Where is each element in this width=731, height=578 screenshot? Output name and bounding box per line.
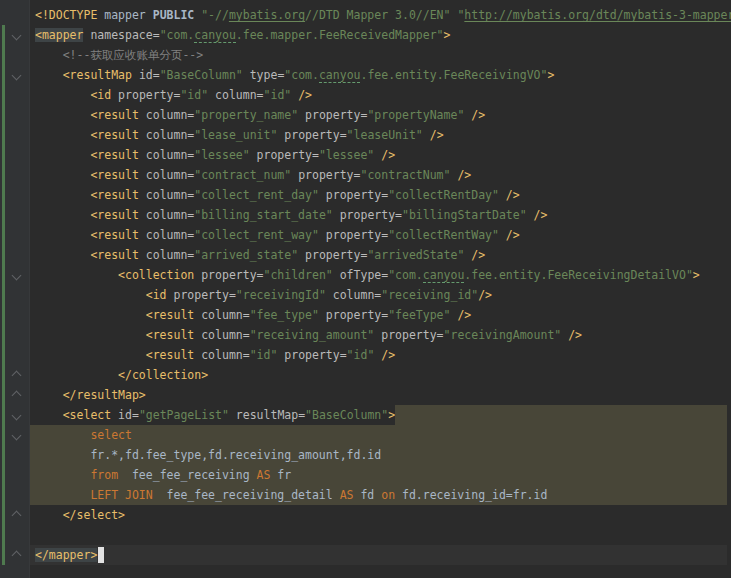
code-line-text: <result column="collect_rent_day" proper… [35,185,520,205]
code-line-text: </mapper> [35,545,97,565]
fold-start-icon[interactable] [12,411,22,421]
code-line-text: <result column="lessee" property="lessee… [35,145,395,165]
fold-end-icon[interactable] [12,391,22,401]
code-line[interactable]: <result column="fee_type" property="feeT… [30,305,727,325]
vcs-change-bar[interactable] [2,25,5,565]
fold-start-icon[interactable] [12,271,22,281]
code-line[interactable]: <!--获取应收账单分页--> [30,45,727,65]
code-line[interactable]: </mapper> [30,545,727,565]
code-line[interactable]: <result column="id" property="id" /> [30,345,727,365]
fold-end-icon[interactable] [12,551,22,561]
code-line-text: fr.*,fd.fee_type,fd.receiving_amount,fd.… [35,445,381,465]
code-line-text: select [35,425,132,445]
fold-start-icon[interactable] [12,71,22,81]
code-line[interactable]: </select> [30,505,727,525]
code-line-text: <!--获取应收账单分页--> [35,45,203,65]
code-line-text: <result column="contract_num" property="… [35,165,471,185]
code-line[interactable]: from fee_fee_receiving AS fr [30,465,727,485]
code-line[interactable]: <resultMap id="BaseColumn" type="com.can… [30,65,727,85]
fold-end-icon[interactable] [12,371,22,381]
code-line[interactable]: <result column="contract_num" property="… [30,165,727,185]
code-line-text: <result column="lease_unit" property="le… [35,125,444,145]
code-line-text: <id property="id" column="id" /> [35,85,312,105]
code-line[interactable]: <result column="lessee" property="lessee… [30,145,727,165]
fold-end-icon[interactable] [12,511,22,521]
code-line-text: <result column="receiving_amount" proper… [35,325,582,345]
code-line[interactable]: </resultMap> [30,385,727,405]
code-line[interactable]: <collection property="children" ofType="… [30,265,727,285]
injected-fragment-highlight [395,405,727,425]
fold-start-icon[interactable] [12,31,22,41]
code-line-text: <collection property="children" ofType="… [35,265,700,285]
code-line[interactable]: <mapper namespace="com.canyou.fee.mapper… [30,25,727,45]
code-line[interactable]: <result column="lease_unit" property="le… [30,125,727,145]
code-line[interactable]: select [30,425,727,445]
code-line[interactable] [30,525,727,545]
code-line[interactable]: <select id="getPageList" resultMap="Base… [30,405,727,425]
code-line-text: from fee_fee_receiving AS fr [35,465,291,485]
code-line[interactable]: <id property="receivingId" column="recei… [30,285,727,305]
code-line-text: </collection> [35,365,208,385]
code-line-text: <mapper namespace="com.canyou.fee.mapper… [35,25,450,45]
code-line[interactable]: LEFT JOIN fee_fee_receiving_detail AS fd… [30,485,727,505]
code-line[interactable]: <result column="arrived_state" property=… [30,245,727,265]
code-line-text: LEFT JOIN fee_fee_receiving_detail AS fd… [35,485,547,505]
code-line[interactable]: <result column="receiving_amount" proper… [30,325,727,345]
code-line[interactable]: <result column="collect_rent_day" proper… [30,185,727,205]
code-editor[interactable]: <!DOCTYPE mapper PUBLIC "-//mybatis.org/… [0,0,731,578]
code-line[interactable]: <!DOCTYPE mapper PUBLIC "-//mybatis.org/… [30,5,727,25]
code-line-text: <id property="receivingId" column="recei… [35,285,492,305]
code-line-text: <result column="property_name" property=… [35,105,485,125]
code-line[interactable]: </collection> [30,365,727,385]
code-line-text: <result column="collect_rent_way" proper… [35,225,520,245]
code-line-text: </select> [35,505,125,525]
text-caret [98,547,104,563]
editor-gutter[interactable] [0,0,30,578]
code-line-text: <!DOCTYPE mapper PUBLIC "-//mybatis.org/… [35,5,731,25]
code-line[interactable]: <result column="property_name" property=… [30,105,727,125]
code-line-text: <result column="arrived_state" property=… [35,245,485,265]
fold-start-icon[interactable] [12,431,22,441]
code-line-text: <select id="getPageList" resultMap="Base… [35,405,395,425]
code-line-text: <result column="id" property="id" /> [35,345,395,365]
code-line[interactable]: <id property="id" column="id" /> [30,85,727,105]
code-line[interactable]: <result column="collect_rent_way" proper… [30,225,727,245]
code-line-text: <resultMap id="BaseColumn" type="com.can… [35,65,554,85]
code-lines: <!DOCTYPE mapper PUBLIC "-//mybatis.org/… [30,5,727,565]
code-line-text: <result column="billing_start_date" prop… [35,205,547,225]
code-line-text: <result column="fee_type" property="feeT… [35,305,471,325]
code-line[interactable]: fr.*,fd.fee_type,fd.receiving_amount,fd.… [30,445,727,465]
code-line[interactable]: <result column="billing_start_date" prop… [30,205,727,225]
code-line-text: </resultMap> [35,385,146,405]
